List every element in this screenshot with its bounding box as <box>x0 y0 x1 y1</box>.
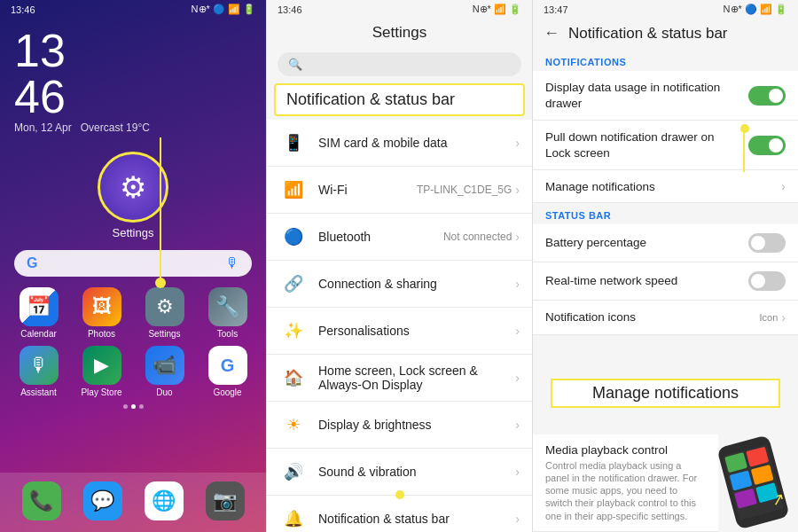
home-screen-panel: 13:46 N⊕* 🔵 📶 🔋 13 46 Mon, 12 Apr Overca… <box>0 0 266 532</box>
home-status-icons: N⊕* 🔵 📶 🔋 <box>192 4 255 15</box>
dock-chrome[interactable]: 🌐 <box>137 481 191 523</box>
display-label: Display & brightness <box>318 418 515 432</box>
camera-icon: 📷 <box>206 481 245 520</box>
chevron-icon: › <box>515 183 520 197</box>
bluetooth-icon: 🔵 <box>279 223 308 251</box>
back-arrow-icon[interactable]: ← <box>544 24 559 43</box>
notif-icons-value: Icon <box>760 312 778 323</box>
assistant-icon: 🎙 <box>20 346 59 385</box>
settings-status-bar: 13:46 N⊕* 📶 🔋 <box>267 0 532 19</box>
tools-label: Tools <box>217 329 238 339</box>
settings-app-label: Settings <box>0 226 266 239</box>
sound-icon: 🔊 <box>279 458 308 486</box>
notification-icon: 🔔 <box>279 505 308 532</box>
wifi-value: TP-LINK_C1DE_5G <box>417 184 512 196</box>
notif-status-icons: N⊕* 🔵 📶 🔋 <box>724 4 787 15</box>
notif-header: ← Notification & status bar <box>533 19 798 50</box>
app-google[interactable]: G Google <box>201 346 254 397</box>
app-photos[interactable]: 🖼 Photos <box>75 287 129 339</box>
chevron-icon: › <box>515 512 520 526</box>
data-usage-toggle[interactable] <box>748 86 786 106</box>
dock-messages[interactable]: 💬 <box>76 481 129 523</box>
annotation-arrow-dot <box>155 278 166 288</box>
settings-item-personalisation[interactable]: ✨ Personalisations › <box>267 308 532 355</box>
notif-item-pull-down: Pull down notification drawer on Lock sc… <box>533 121 798 170</box>
notif-status-bar: 13:47 N⊕* 🔵 📶 🔋 <box>533 0 798 19</box>
page-dots <box>0 404 266 409</box>
bluetooth-value: Not connected <box>443 231 512 243</box>
pull-down-label: Pull down notification drawer on Lock sc… <box>545 129 748 160</box>
settings-item-bluetooth[interactable]: 🔵 Bluetooth Not connected › <box>267 214 532 261</box>
settings-item-notification[interactable]: 🔔 Notification & status bar › <box>267 496 532 532</box>
home-status-bar: 13:46 N⊕* 🔵 📶 🔋 <box>0 0 266 19</box>
photos-label: Photos <box>88 329 115 339</box>
apps-row-1: 📅 Calendar 🖼 Photos ⚙ Settings 🔧 Tools <box>0 287 266 339</box>
dot-2 <box>131 404 136 409</box>
app-duo[interactable]: 📹 Duo <box>138 346 192 397</box>
settings-item-homescreen[interactable]: 🏠 Home screen, Lock screen & Always-On D… <box>267 355 532 402</box>
dock-camera[interactable]: 📷 <box>199 481 252 523</box>
notif-time: 13:47 <box>544 4 568 15</box>
settings-app-icon[interactable]: ⚙ <box>98 152 168 223</box>
data-usage-label: Display data usage in notification drawe… <box>545 80 748 111</box>
google-label: Google <box>213 387 241 397</box>
settings-icon: ⚙ <box>145 287 184 326</box>
phone-icon: 📞 <box>22 481 61 520</box>
battery-toggle[interactable] <box>748 233 786 253</box>
mic-icon[interactable]: 🎙 <box>225 255 239 271</box>
homescreen-icon: 🏠 <box>279 364 308 392</box>
google-search-bar[interactable]: G 🎙 <box>14 250 252 277</box>
home-dock: 📞 💬 🌐 📷 <box>0 473 266 532</box>
settings-item-connection[interactable]: 🔗 Connection & sharing › <box>267 261 532 308</box>
phone-illustration: ↗ <box>718 434 798 532</box>
dock-phone[interactable]: 📞 <box>15 481 68 523</box>
network-speed-toggle[interactable] <box>748 271 786 291</box>
personalisation-icon: ✨ <box>279 317 308 345</box>
notification-label: Notification & status bar <box>318 512 515 526</box>
manage-notifications-big-label: Manage notifications <box>592 384 739 402</box>
chevron-icon: › <box>515 418 520 432</box>
sim-label: SIM card & mobile data <box>318 136 515 150</box>
app-calendar[interactable]: 📅 Calendar <box>12 287 66 339</box>
chevron-icon: › <box>781 179 786 193</box>
manage-notifications-annotation-box: Manage notifications <box>551 379 780 408</box>
chevron-icon: › <box>515 136 520 150</box>
manage-notifications-row[interactable]: Manage notifications › <box>533 170 798 203</box>
sim-icon: 📱 <box>279 129 308 157</box>
settings-item-sound[interactable]: 🔊 Sound & vibration › <box>267 449 532 496</box>
notif-page-title: Notification & status bar <box>568 25 728 43</box>
google-logo: G <box>27 255 37 271</box>
chrome-icon: 🌐 <box>145 481 184 520</box>
media-playback-title: Media playback control <box>545 443 706 457</box>
settings-item-display[interactable]: ☀ Display & brightness › <box>267 402 532 449</box>
settings-label: Settings <box>148 329 180 339</box>
media-playback-desc: Control media playback using a panel in … <box>545 459 706 522</box>
app-tools[interactable]: 🔧 Tools <box>201 287 254 339</box>
personalisation-label: Personalisations <box>318 324 515 338</box>
calendar-label: Calendar <box>20 329 57 339</box>
duo-icon: 📹 <box>145 346 184 385</box>
settings-list-panel: 13:46 N⊕* 📶 🔋 Settings 🔍 Notification & … <box>266 0 532 532</box>
assistant-label: Assistant <box>20 387 57 397</box>
annotation-dot <box>395 490 404 499</box>
settings-item-wifi[interactable]: 📶 Wi-Fi TP-LINK_C1DE_5G › <box>267 167 532 214</box>
dot-1 <box>123 404 128 409</box>
chevron-icon: › <box>515 465 520 479</box>
gear-icon: ⚙ <box>120 169 146 205</box>
home-time: 13:46 <box>11 4 35 15</box>
app-playstore[interactable]: ▶ Play Store <box>75 346 129 397</box>
settings-search-box[interactable]: 🔍 <box>278 52 521 76</box>
calendar-icon: 📅 <box>20 287 59 326</box>
settings-item-sim[interactable]: 📱 SIM card & mobile data › <box>267 120 532 167</box>
chevron-icon: › <box>515 324 520 338</box>
pull-down-toggle[interactable] <box>748 136 786 155</box>
duo-label: Duo <box>156 387 172 397</box>
media-playback-item: Media playback control Control media pla… <box>533 434 718 532</box>
manage-notif-label: Manage notifications <box>545 180 655 193</box>
app-assistant[interactable]: 🎙 Assistant <box>12 346 66 397</box>
manage-notif-container: Manage notifications › <box>533 170 798 203</box>
apps-row-2: 🎙 Assistant ▶ Play Store 📹 Duo G Google <box>0 346 266 397</box>
chevron-icon: › <box>515 277 520 291</box>
app-settings[interactable]: ⚙ Settings <box>138 287 192 339</box>
notif-item-battery: Battery percentage <box>533 224 798 262</box>
